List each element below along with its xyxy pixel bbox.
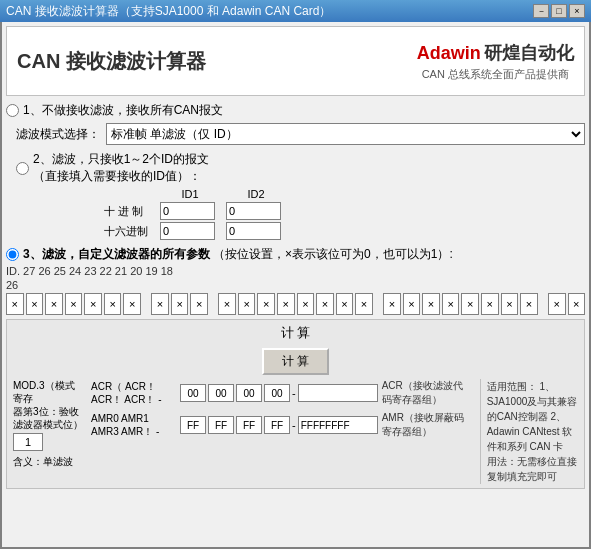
hex16-label: 十六进制 — [104, 222, 154, 240]
filter-mode-label: 滤波模式选择： — [16, 126, 100, 143]
bit-cell[interactable]: × — [316, 293, 334, 315]
acr-result-input[interactable] — [298, 384, 378, 402]
option1-label[interactable]: 1、不做接收滤波，接收所有CAN报文 — [6, 102, 585, 119]
acr-amr-col: ACR（ ACR！ ACR！ ACR！ - - ACR（接收滤波代码寄存器组） … — [91, 379, 472, 439]
dec-label: 十 进 制 — [104, 202, 154, 220]
filter-mode-select[interactable]: 标准帧 单滤波（仅 ID） 标准帧 双滤波 扩展帧 单滤波 扩展帧 双滤波 — [106, 123, 585, 145]
mod-input[interactable] — [13, 433, 43, 451]
bit-cell[interactable]: × — [238, 293, 256, 315]
amr0-input[interactable] — [180, 416, 206, 434]
meaning-label: 含义：单滤波 — [13, 455, 83, 469]
bit-spacer — [210, 293, 216, 315]
option3-section: 3、滤波，自定义滤波器的所有参数 （按位设置，×表示该位可为0，也可以为1）: … — [6, 246, 585, 315]
bit-cell[interactable]: × — [548, 293, 566, 315]
acr1-input[interactable] — [208, 384, 234, 402]
acr0-input[interactable] — [180, 384, 206, 402]
mod-col: MOD.3（模式寄存器第3位：验收滤波器模式位） 含义：单滤波 — [13, 379, 83, 469]
bit-ids-label: ID. 27 26 25 24 23 22 21 20 19 18 — [6, 265, 585, 277]
bit-cell[interactable]: × — [501, 293, 519, 315]
filter-mode-row: 滤波模式选择： 标准帧 单滤波（仅 ID） 标准帧 双滤波 扩展帧 单滤波 扩展… — [16, 123, 585, 145]
id2-hex-input[interactable] — [226, 222, 281, 240]
acr3-input[interactable] — [264, 384, 290, 402]
amr-label: AMR0 AMR1 AMR3 AMR！ - — [91, 412, 176, 438]
acr2-input[interactable] — [236, 384, 262, 402]
bit-cell[interactable]: × — [84, 293, 102, 315]
acr-row: ACR（ ACR！ ACR！ ACR！ - - ACR（接收滤波代码寄存器组） — [91, 379, 472, 407]
mod-label: MOD.3（模式寄存器第3位：验收滤波器模式位） — [13, 379, 83, 431]
maximize-button[interactable]: □ — [551, 4, 567, 18]
acr-desc: ACR（接收滤波代码寄存器组） — [382, 379, 472, 407]
id-table: ID1 ID2 十 进 制 十六进制 — [16, 188, 585, 240]
bit-spacer — [540, 293, 546, 315]
amr-result-input[interactable] — [298, 416, 378, 434]
acr-dash: - — [292, 387, 296, 399]
bit-cell[interactable]: × — [171, 293, 189, 315]
bit-cell[interactable]: × — [190, 293, 208, 315]
bit-cell[interactable]: × — [6, 293, 24, 315]
calc-title: 计 算 — [13, 324, 578, 342]
app-name: CAN 接收滤波计算器 — [17, 48, 417, 75]
calc-section: 计 算 计 算 MOD.3（模式寄存器第3位：验收滤波器模式位） 含义：单滤波 … — [6, 319, 585, 489]
option2-section: 2、滤波，只接收1～2个ID的报文 （直接填入需要接收的ID值）： ID1 ID… — [16, 151, 585, 240]
amr-row: AMR0 AMR1 AMR3 AMR！ - - AMR（接收屏蔽码寄存器组） — [91, 411, 472, 439]
bit-cell[interactable]: × — [218, 293, 236, 315]
bit-cell[interactable]: × — [104, 293, 122, 315]
amr-dash: - — [292, 419, 296, 431]
acr-inputs: - — [180, 384, 378, 402]
option1-radio[interactable] — [6, 104, 19, 117]
bit-cell[interactable]: × — [481, 293, 499, 315]
bit-cell[interactable]: × — [520, 293, 538, 315]
bit-cell[interactable]: × — [422, 293, 440, 315]
id1-hex-input[interactable] — [160, 222, 215, 240]
calc-main-row: MOD.3（模式寄存器第3位：验收滤波器模式位） 含义：单滤波 ACR（ ACR… — [13, 379, 578, 484]
bit-cell[interactable]: × — [123, 293, 141, 315]
brand-section: Adawin 研煌自动化 CAN 总线系统全面产品提供商 — [417, 41, 574, 82]
title-bar: CAN 接收滤波计算器（支持SJA1000 和 Adawin CAN Card）… — [0, 0, 591, 22]
option1-section: 1、不做接收滤波，接收所有CAN报文 — [6, 102, 585, 119]
right-note: 适用范围： 1、SJA1000及与其兼容的CAN控制器 2、Adawin CAN… — [480, 379, 578, 484]
bit-cell[interactable]: × — [277, 293, 295, 315]
main-window: CAN 接收滤波计算器 Adawin 研煌自动化 CAN 总线系统全面产品提供商… — [0, 22, 591, 549]
amr1-input[interactable] — [208, 416, 234, 434]
bit-cell[interactable]: × — [336, 293, 354, 315]
header-subtitle: CAN 总线系统全面产品提供商 — [417, 67, 574, 82]
id-grid: ID1 ID2 十 进 制 十六进制 — [104, 188, 286, 240]
title-bar-buttons: － □ × — [533, 4, 585, 18]
bit-cell[interactable]: × — [26, 293, 44, 315]
bit-spacer — [375, 293, 381, 315]
bit-cell[interactable]: × — [442, 293, 460, 315]
id2-dec-input[interactable] — [226, 202, 281, 220]
bit-cell[interactable]: × — [383, 293, 401, 315]
option2-radio[interactable] — [16, 162, 29, 175]
bit-cell[interactable]: × — [151, 293, 169, 315]
option3-radio[interactable] — [6, 248, 19, 261]
amr-inputs: - — [180, 416, 378, 434]
minimize-button[interactable]: － — [533, 4, 549, 18]
amr-desc: AMR（接收屏蔽码寄存器组） — [382, 411, 472, 439]
bit-cell[interactable]: × — [45, 293, 63, 315]
bit-cell[interactable]: × — [257, 293, 275, 315]
bit-cell[interactable]: × — [461, 293, 479, 315]
bit-cell[interactable]: × — [403, 293, 421, 315]
calc-button[interactable]: 计 算 — [262, 348, 329, 375]
header-section: CAN 接收滤波计算器 Adawin 研煌自动化 CAN 总线系统全面产品提供商 — [6, 26, 585, 96]
bit-spacer — [143, 293, 149, 315]
option3-label[interactable]: 3、滤波，自定义滤波器的所有参数 （按位设置，×表示该位可为0，也可以为1）: — [6, 246, 585, 263]
amr3-input[interactable] — [264, 416, 290, 434]
adawin-logo: Adawin 研煌自动化 — [417, 41, 574, 65]
bit-cell[interactable]: × — [355, 293, 373, 315]
id-grid-spacer — [104, 188, 154, 200]
option2-label[interactable]: 2、滤波，只接收1～2个ID的报文 （直接填入需要接收的ID值）： — [16, 151, 585, 185]
bit-cell[interactable]: × — [65, 293, 83, 315]
bit-row: ×××××××××××××××××××××××××××× — [6, 293, 585, 315]
acr-label: ACR（ ACR！ ACR！ ACR！ - — [91, 380, 176, 406]
id1-dec-input[interactable] — [160, 202, 215, 220]
title-bar-text: CAN 接收滤波计算器（支持SJA1000 和 Adawin CAN Card） — [6, 3, 331, 20]
bit-cell[interactable]: × — [297, 293, 315, 315]
amr2-input[interactable] — [236, 416, 262, 434]
close-button[interactable]: × — [569, 4, 585, 18]
id2-header: ID2 — [226, 188, 286, 200]
id1-header: ID1 — [160, 188, 220, 200]
bit-ids2-label: 26 — [6, 279, 585, 291]
bit-cell[interactable]: × — [568, 293, 586, 315]
